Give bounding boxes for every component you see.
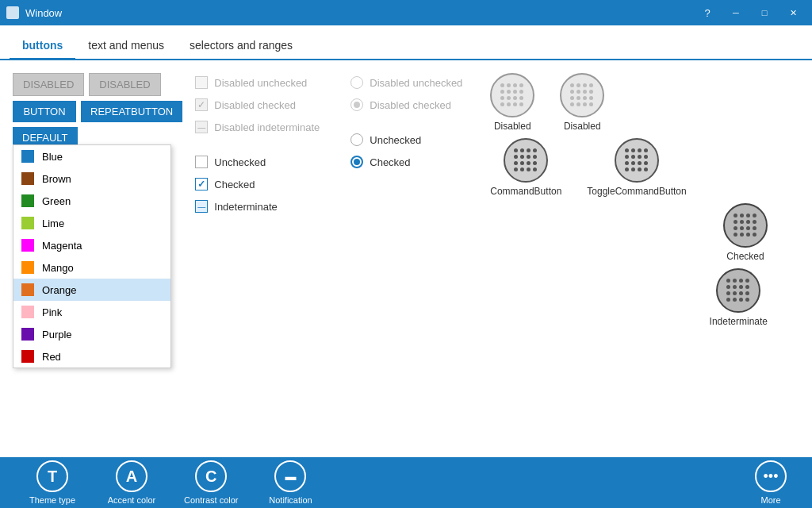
color-swatch-pink bbox=[21, 306, 34, 318]
rb-checked-label: Checked bbox=[370, 156, 410, 168]
color-red[interactable]: Red bbox=[13, 345, 170, 368]
checked-cmd-btn[interactable] bbox=[723, 203, 768, 248]
more-item[interactable]: ••• More bbox=[742, 454, 799, 508]
cmd-disabled-row: Disabled Disabled bbox=[490, 73, 604, 132]
color-swatch-lime bbox=[21, 217, 34, 229]
theme-type-item[interactable]: T Theme type bbox=[13, 454, 92, 508]
color-purple[interactable]: Purple bbox=[13, 323, 170, 345]
cb-unchecked-row: Unchecked bbox=[195, 156, 338, 168]
app-icon bbox=[6, 6, 19, 19]
radios-column: Disabled unchecked Disabled checked Unch… bbox=[350, 73, 477, 444]
buttons-column: DISABLED DISABLED BUTTON REPEATBUTTON DE… bbox=[13, 73, 182, 444]
tab-buttons[interactable]: buttons bbox=[10, 33, 75, 60]
color-label-magenta: Magenta bbox=[42, 240, 82, 252]
disabled-button-1[interactable]: DISABLED bbox=[13, 73, 84, 96]
accent-color-label: Accent color bbox=[108, 495, 156, 505]
cmd-disabled-1[interactable] bbox=[490, 73, 534, 117]
toggle-commandbutton-wrap: ToggleCommandButton bbox=[587, 138, 686, 197]
commandbutton[interactable] bbox=[504, 138, 548, 183]
notification-item[interactable]: ▬ Notification bbox=[251, 454, 330, 508]
color-brown[interactable]: Brown bbox=[13, 167, 170, 190]
cb-checked-label: Checked bbox=[214, 179, 255, 190]
disabled-buttons-row: DISABLED DISABLED bbox=[13, 73, 182, 96]
cb-disabled-checked-row: Disabled checked bbox=[195, 98, 338, 111]
main-content: DISABLED DISABLED BUTTON REPEATBUTTON DE… bbox=[0, 60, 812, 457]
color-swatch-mango bbox=[21, 261, 34, 274]
notification-icon: ▬ bbox=[274, 460, 306, 492]
maximize-button[interactable]: □ bbox=[752, 0, 777, 25]
cmd-disabled-1-wrap: Disabled bbox=[490, 73, 534, 132]
tab-selectors[interactable]: selectors and ranges bbox=[177, 33, 305, 60]
indeterminate-cmd-btn[interactable] bbox=[716, 268, 760, 313]
notification-label: Notification bbox=[269, 495, 312, 505]
cb-disabled-indeterminate-label: Disabled indeterminate bbox=[214, 121, 320, 133]
color-label-purple: Purple bbox=[42, 329, 72, 341]
indeterminate-cmd-label: Indeterminate bbox=[710, 316, 768, 327]
checked-cmd-label: Checked bbox=[726, 251, 764, 262]
cmd-disabled-2[interactable] bbox=[560, 73, 604, 117]
color-lime[interactable]: Lime bbox=[13, 212, 170, 234]
primary-buttons-row: BUTTON REPEATBUTTON bbox=[13, 101, 182, 122]
contrast-color-label: Contrast color bbox=[184, 495, 238, 505]
cb-indeterminate-row: Indeterminate bbox=[195, 200, 338, 213]
commands-column: Disabled Disabled bbox=[490, 73, 799, 444]
cb-disabled-checked-label: Disabled checked bbox=[214, 99, 296, 111]
rb-disabled-unchecked[interactable] bbox=[350, 76, 363, 89]
color-label-green: Green bbox=[42, 195, 71, 207]
help-button[interactable]: ? bbox=[695, 0, 720, 25]
cmd-main-row: CommandButton ToggleCommandButton bbox=[490, 138, 686, 197]
cmd-dots-2 bbox=[570, 83, 594, 107]
rb-checked-row: Checked bbox=[350, 156, 477, 168]
rb-disabled-checked[interactable] bbox=[350, 98, 363, 111]
toggle-commandbutton-label: ToggleCommandButton bbox=[587, 186, 686, 197]
tab-text-menus[interactable]: text and menus bbox=[75, 33, 177, 60]
color-label-pink: Pink bbox=[42, 306, 62, 318]
minimize-button[interactable]: ─ bbox=[723, 0, 749, 25]
accent-color-item[interactable]: A Accent color bbox=[92, 454, 171, 508]
color-swatch-magenta bbox=[21, 239, 34, 252]
commandbutton-wrap: CommandButton bbox=[490, 138, 561, 197]
color-magenta[interactable]: Magenta bbox=[13, 234, 170, 256]
tabbar: buttons text and menus selectors and ran… bbox=[0, 25, 812, 60]
close-button[interactable]: ✕ bbox=[780, 0, 806, 25]
color-orange[interactable]: Orange bbox=[13, 279, 170, 301]
cmd-disabled-2-wrap: Disabled bbox=[560, 73, 604, 132]
disabled-button-2[interactable]: DISABLED bbox=[89, 73, 160, 96]
color-swatch-red bbox=[21, 350, 34, 363]
repeatbutton-btn[interactable]: REPEATBUTTON bbox=[81, 101, 182, 122]
cb-disabled-unchecked-row: Disabled unchecked bbox=[195, 76, 338, 89]
more-icon: ••• bbox=[755, 460, 787, 492]
cb-unchecked[interactable] bbox=[195, 156, 208, 168]
cb-disabled-unchecked[interactable] bbox=[195, 76, 208, 89]
rb-unchecked[interactable] bbox=[350, 133, 363, 146]
color-pink[interactable]: Pink bbox=[13, 301, 170, 323]
cb-checked[interactable] bbox=[195, 178, 208, 190]
color-dropdown: Blue Brown Green Lime Magenta Mango bbox=[13, 144, 171, 368]
toggle-commandbutton[interactable] bbox=[615, 138, 659, 183]
cb-disabled-unchecked-label: Disabled unchecked bbox=[214, 77, 307, 89]
contrast-color-item[interactable]: C Contrast color bbox=[171, 454, 251, 508]
cmd-disabled-2-label: Disabled bbox=[564, 121, 601, 132]
color-mango[interactable]: Mango bbox=[13, 256, 170, 279]
rb-checked[interactable] bbox=[350, 156, 363, 168]
cmd-dots-6 bbox=[726, 279, 750, 302]
cb-unchecked-label: Unchecked bbox=[214, 156, 266, 168]
color-label-mango: Mango bbox=[42, 262, 74, 274]
rb-unchecked-label: Unchecked bbox=[370, 134, 421, 146]
rb-unchecked-row: Unchecked bbox=[350, 133, 477, 146]
color-blue[interactable]: Blue bbox=[13, 145, 170, 167]
cmd-disabled-1-label: Disabled bbox=[494, 121, 531, 132]
theme-type-icon: T bbox=[36, 460, 68, 492]
more-label: More bbox=[760, 495, 780, 505]
cb-indeterminate[interactable] bbox=[195, 200, 208, 213]
color-label-lime: Lime bbox=[42, 217, 64, 229]
checked-cmd-wrap: Checked bbox=[723, 203, 768, 262]
rb-disabled-checked-row: Disabled checked bbox=[350, 98, 477, 111]
bottom-toolbar: T Theme type A Accent color C Contrast c… bbox=[0, 457, 812, 508]
color-label-red: Red bbox=[42, 351, 61, 363]
color-swatch-brown bbox=[21, 172, 34, 185]
cb-disabled-indeterminate[interactable] bbox=[195, 121, 208, 133]
button-btn[interactable]: BUTTON bbox=[13, 101, 76, 122]
cb-disabled-checked[interactable] bbox=[195, 98, 208, 111]
color-green[interactable]: Green bbox=[13, 190, 170, 212]
